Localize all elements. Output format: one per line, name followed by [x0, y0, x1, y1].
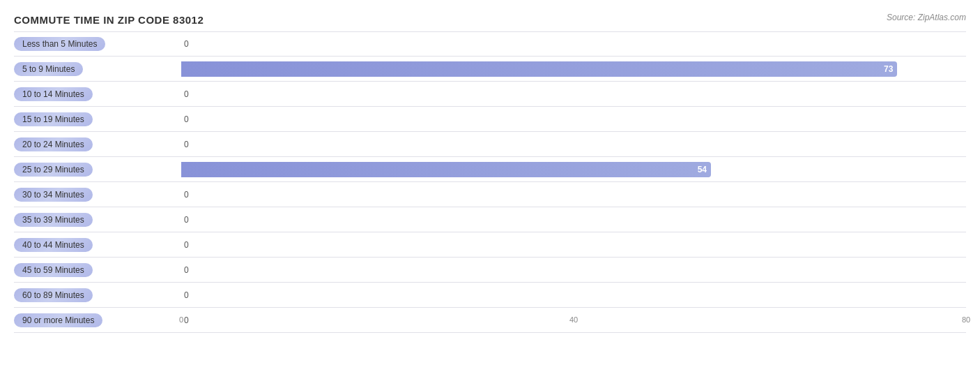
label-pill: 10 to 14 Minutes: [14, 87, 93, 101]
bar-label: 60 to 89 Minutes: [14, 288, 181, 302]
label-pill: 35 to 39 Minutes: [14, 213, 93, 227]
label-pill: 5 to 9 Minutes: [14, 62, 83, 76]
bar-row: Less than 5 Minutes0: [14, 31, 966, 57]
bar-track: 0: [181, 137, 966, 152]
x-axis-tick: 80: [962, 315, 970, 324]
chart-title: COMMUTE TIME IN ZIP CODE 83012: [14, 14, 966, 26]
bar-zero-value: 0: [184, 89, 189, 99]
x-axis-tick: 40: [569, 315, 578, 324]
bar-row: 10 to 14 Minutes0: [14, 82, 966, 107]
label-pill: 20 to 24 Minutes: [14, 137, 93, 151]
label-pill: 40 to 44 Minutes: [14, 238, 93, 252]
bar-track: 0: [181, 262, 966, 278]
label-pill: 25 to 29 Minutes: [14, 163, 93, 177]
bar-track: 0: [181, 87, 966, 102]
bar-label: 90 or more Minutes: [14, 313, 181, 327]
bar-zero-value: 0: [184, 240, 189, 250]
bar-label: 10 to 14 Minutes: [14, 87, 181, 101]
bar-zero-value: 0: [184, 39, 189, 49]
bar-track: 0: [181, 187, 966, 202]
chart-container: COMMUTE TIME IN ZIP CODE 83012 Source: Z…: [0, 0, 980, 365]
bar-value-label: 73: [884, 64, 893, 74]
bar-zero-value: 0: [184, 140, 189, 149]
label-pill: 15 to 19 Minutes: [14, 112, 93, 126]
label-pill: 45 to 59 Minutes: [14, 263, 93, 277]
label-pill: 90 or more Minutes: [14, 313, 102, 327]
bar-track: 0: [181, 112, 966, 127]
bar-label: Less than 5 Minutes: [14, 37, 181, 51]
bar-row: 60 to 89 Minutes0: [14, 283, 966, 308]
bar-zero-value: 0: [184, 215, 189, 225]
bar-row: 30 to 34 Minutes0: [14, 182, 966, 207]
bar-row: 5 to 9 Minutes73: [14, 57, 966, 82]
bar-label: 25 to 29 Minutes: [14, 163, 181, 177]
bar-label: 20 to 24 Minutes: [14, 137, 181, 151]
bar-fill: 73: [181, 61, 897, 77]
bar-value-label: 54: [698, 165, 707, 174]
bar-row: 20 to 24 Minutes0: [14, 132, 966, 157]
bar-label: 35 to 39 Minutes: [14, 213, 181, 227]
bar-track: 0: [181, 288, 966, 303]
label-pill: Less than 5 Minutes: [14, 37, 105, 51]
bar-label: 5 to 9 Minutes: [14, 62, 181, 76]
bar-label: 30 to 34 Minutes: [14, 188, 181, 202]
label-pill: 30 to 34 Minutes: [14, 188, 93, 202]
bar-zero-value: 0: [184, 290, 189, 300]
bar-row: 40 to 44 Minutes0: [14, 232, 966, 258]
label-pill: 60 to 89 Minutes: [14, 288, 93, 302]
bar-track: 0: [181, 36, 966, 52]
chart-source: Source: ZipAtlas.com: [887, 13, 966, 22]
bar-zero-value: 0: [184, 265, 189, 275]
bar-label: 45 to 59 Minutes: [14, 263, 181, 277]
bar-label: 40 to 44 Minutes: [14, 238, 181, 252]
bar-row: 15 to 19 Minutes0: [14, 107, 966, 132]
bar-zero-value: 0: [184, 114, 189, 124]
bar-label: 15 to 19 Minutes: [14, 112, 181, 126]
bar-fill: 54: [181, 162, 711, 177]
chart-area: Less than 5 Minutes05 to 9 Minutes7310 t…: [14, 31, 966, 313]
bar-track: 0: [181, 212, 966, 228]
bar-track: 54: [181, 162, 966, 177]
bar-row: 35 to 39 Minutes0: [14, 207, 966, 232]
bar-track: 73: [181, 61, 966, 77]
x-axis-tick: 0: [179, 315, 183, 324]
x-axis: 04080: [181, 315, 966, 329]
bar-row: 45 to 59 Minutes0: [14, 258, 966, 283]
bar-row: 25 to 29 Minutes54: [14, 157, 966, 182]
bar-track: 0: [181, 237, 966, 253]
bar-zero-value: 0: [184, 190, 189, 200]
